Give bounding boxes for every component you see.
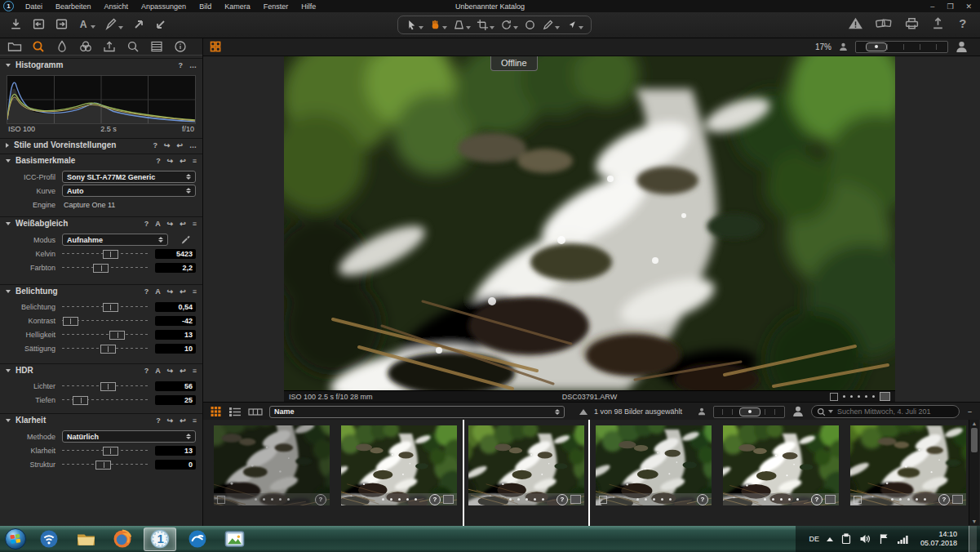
color-tag-none-icon[interactable] xyxy=(217,496,225,504)
start-button[interactable] xyxy=(4,528,27,550)
menu-kamera[interactable]: Kamera xyxy=(218,2,257,11)
list-view-icon[interactable] xyxy=(228,407,242,417)
thumbnail-cell[interactable]: ? xyxy=(590,420,717,526)
thumbnail-cell[interactable]: ? xyxy=(717,420,845,526)
preset-menu-icon[interactable]: ≡ xyxy=(193,416,197,425)
thumbnail-cell[interactable]: ? xyxy=(335,420,463,526)
styles-button[interactable]: A xyxy=(77,17,96,31)
taskbar-clock[interactable]: 14:10 05.07.2018 xyxy=(920,530,957,549)
taskbar-openoffice-icon[interactable] xyxy=(182,528,213,550)
tray-expand-icon[interactable] xyxy=(827,537,833,541)
reset-icon[interactable]: ↩ xyxy=(180,367,186,375)
tray-network-icon[interactable] xyxy=(897,534,909,545)
highlights-slider[interactable] xyxy=(62,381,149,391)
sort-by-select[interactable]: Name xyxy=(269,406,565,418)
thumb-size-small-person-icon[interactable] xyxy=(697,407,707,416)
preset-menu-icon[interactable]: ≡ xyxy=(193,220,197,228)
hdr-section-header[interactable]: HDR ? A ↪ ↩ ≡ xyxy=(0,363,202,376)
tab-metadata-info-icon[interactable] xyxy=(169,38,191,54)
filmstrip-view-icon[interactable] xyxy=(248,407,263,417)
chevron-down-icon[interactable] xyxy=(6,369,11,372)
more-options-icon[interactable]: … xyxy=(189,61,197,69)
hide-right-panel-button[interactable] xyxy=(54,16,69,32)
reset-icon[interactable]: ↩ xyxy=(180,287,186,296)
styles-dropdown-caret[interactable] xyxy=(91,25,95,29)
viewer-zoom-slider[interactable] xyxy=(855,41,948,53)
maximize-button[interactable]: ❒ xyxy=(947,2,953,11)
rating-dot-icon[interactable] xyxy=(872,395,875,398)
chevron-down-icon[interactable] xyxy=(6,222,11,225)
crop-tool[interactable] xyxy=(476,18,495,32)
taskbar-wifi-app-icon[interactable] xyxy=(33,528,64,550)
highlights-value[interactable]: 56 xyxy=(155,381,196,391)
auto-adjust-icon[interactable]: A xyxy=(155,220,161,228)
saturation-slider[interactable] xyxy=(62,343,149,354)
color-tag-none-icon[interactable] xyxy=(599,496,607,504)
wb-mode-select[interactable]: Aufnahme xyxy=(62,234,168,246)
scroll-down-icon[interactable]: ▼ xyxy=(972,519,978,524)
rating-dot-icon[interactable] xyxy=(858,395,860,398)
show-desktop-button[interactable] xyxy=(969,526,977,552)
clarity-value[interactable]: 13 xyxy=(155,446,196,456)
photos-icon[interactable] xyxy=(875,16,893,30)
brightness-value[interactable]: 13 xyxy=(155,330,196,340)
preset-menu-icon[interactable]: ≡ xyxy=(193,367,197,375)
exposure-section-header[interactable]: Belichtung ? A ↪ ↩ ≡ xyxy=(0,284,202,297)
copy-adjustments-icon[interactable]: ↪ xyxy=(167,220,174,228)
exposure-value[interactable]: 0,54 xyxy=(155,302,196,312)
import-button[interactable] xyxy=(8,16,24,32)
thumbnail-cell[interactable]: ? xyxy=(208,420,335,526)
grid-view-active-icon[interactable] xyxy=(210,406,222,417)
viewer-zoom-slider-handle[interactable] xyxy=(866,42,887,51)
search-box[interactable] xyxy=(811,405,960,418)
thumb-size-large-person-icon[interactable] xyxy=(792,405,805,418)
chevron-down-icon[interactable] xyxy=(6,159,11,162)
scrollbar-thumb[interactable] xyxy=(971,428,978,452)
menu-bild[interactable]: Bild xyxy=(193,2,218,11)
help-icon[interactable]: ? xyxy=(144,367,149,375)
main-photo[interactable] xyxy=(284,56,895,390)
menu-ansicht[interactable]: Ansicht xyxy=(98,2,135,11)
thumbnail-image[interactable]: ? xyxy=(596,425,712,505)
search-clear-button[interactable]: – xyxy=(966,407,973,416)
shadows-slider[interactable] xyxy=(62,394,149,405)
print-icon[interactable] xyxy=(904,16,920,30)
draw-mask-tool-caret[interactable] xyxy=(555,26,560,29)
scroll-up-icon[interactable]: ▲ xyxy=(972,421,978,426)
hide-left-panel-button[interactable] xyxy=(31,16,47,32)
tab-exposure-droplet-icon[interactable] xyxy=(51,38,73,54)
base-characteristics-section-header[interactable]: Basismerkmale ? ↪ ↩ ≡ xyxy=(0,154,202,167)
tray-volume-icon[interactable] xyxy=(859,533,871,545)
reset-icon[interactable]: ↩ xyxy=(180,416,186,425)
search-input[interactable] xyxy=(836,407,937,416)
pan-tool-active[interactable] xyxy=(428,18,448,32)
help-icon[interactable]: ? xyxy=(144,220,149,228)
zoom-out-person-icon[interactable] xyxy=(838,42,849,52)
icc-profile-select[interactable]: Sony SLT-A77M2 Generic xyxy=(62,171,196,183)
menu-bearbeiten[interactable]: Bearbeiten xyxy=(49,2,98,11)
thumbnail-cell-selected[interactable]: ? xyxy=(463,420,590,526)
tab-details-magnifier-icon[interactable] xyxy=(122,38,144,54)
select-tool-caret[interactable] xyxy=(419,26,423,29)
thumbnail-cell[interactable]: ? xyxy=(845,420,972,526)
pick-adjustment-tool[interactable] xyxy=(565,18,584,32)
clarity-slider[interactable] xyxy=(62,445,149,456)
menu-datei[interactable]: Datei xyxy=(19,2,49,11)
chevron-down-icon[interactable] xyxy=(6,64,11,67)
thumbnail-badge-icon[interactable] xyxy=(880,392,890,401)
saturation-value[interactable]: 10 xyxy=(155,344,196,354)
white-balance-section-header[interactable]: Weißabgleich ? A ↪ ↩ ≡ xyxy=(0,216,202,229)
chevron-right-icon[interactable] xyxy=(6,143,9,148)
preset-menu-icon[interactable]: ≡ xyxy=(193,287,197,296)
zoom-fit-person-icon[interactable] xyxy=(955,40,969,54)
rating-dot-icon[interactable] xyxy=(843,395,845,398)
reset-icon[interactable]: ↩ xyxy=(180,157,186,165)
rating-dot-icon[interactable] xyxy=(850,395,853,398)
kelvin-value[interactable]: 5423 xyxy=(155,249,196,259)
clarity-section-header[interactable]: Klarheit ? ↪ ↩ ≡ xyxy=(0,413,202,426)
help-icon[interactable]: ? xyxy=(156,416,161,425)
help-icon[interactable]: ? xyxy=(156,157,161,165)
draw-mask-tool[interactable] xyxy=(541,18,561,32)
select-tool[interactable] xyxy=(405,18,424,32)
keystone-tool-caret[interactable] xyxy=(466,26,471,29)
